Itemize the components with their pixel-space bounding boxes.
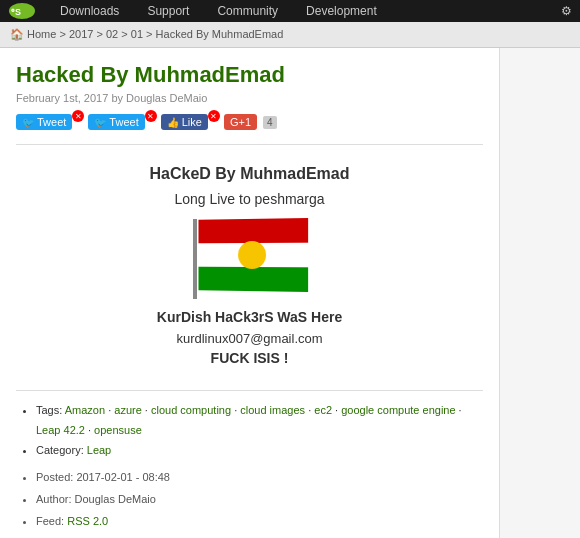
feed-item: Feed: RSS 2.0 <box>36 510 483 532</box>
tag-azure[interactable]: azure <box>114 404 142 416</box>
post-info: Posted: 2017-02-01 - 08:48 Author: Dougl… <box>16 466 483 532</box>
kurdish-flag <box>198 218 308 292</box>
hacked-title: HaCkeD By MuhmadEmad <box>16 165 483 183</box>
category-item: Category: Leap <box>36 441 483 461</box>
isis-line: FUCK ISIS ! <box>16 350 483 366</box>
post-tags: Tags: Amazon · azure · cloud computing ·… <box>16 401 483 460</box>
posted-item: Posted: 2017-02-01 - 08:48 <box>36 466 483 488</box>
like-thumb-icon: 👍 <box>167 117 179 128</box>
category-label: Category: <box>36 444 84 456</box>
flag-green-stripe <box>198 267 308 292</box>
flag-white-stripe <box>198 243 308 268</box>
posted-label: Posted: <box>36 471 73 483</box>
tag-cloud-computing[interactable]: cloud computing <box>151 404 231 416</box>
like-button[interactable]: 👍 Like <box>161 114 208 130</box>
svg-line-8 <box>256 259 259 262</box>
email-line: kurdlinux007@gmail.com <box>16 331 483 346</box>
tag-leap422[interactable]: Leap 42.2 <box>36 424 85 436</box>
tag-opensuse[interactable]: opensuse <box>94 424 142 436</box>
like-cancel-icon: ✕ <box>208 110 220 122</box>
twitter-icon: 🐦 <box>22 117 34 128</box>
svg-line-7 <box>245 248 247 251</box>
feed-link[interactable]: RSS 2.0 <box>67 515 108 527</box>
like-label: Like <box>182 116 202 128</box>
settings-icon[interactable]: ⚙ <box>561 0 572 22</box>
main-nav: Downloads Support Community Development <box>46 0 391 22</box>
gplus-count: 4 <box>263 116 277 129</box>
logo: ᵒS <box>8 2 36 20</box>
author-item: Author: Douglas DeMaio <box>36 488 483 510</box>
breadcrumb-01[interactable]: 01 <box>131 28 143 40</box>
tweet-label-1: Tweet <box>37 116 66 128</box>
nav-downloads[interactable]: Downloads <box>46 0 133 22</box>
post-meta: February 1st, 2017 by Douglas DeMaio <box>16 92 483 104</box>
tweet-label-2: Tweet <box>109 116 138 128</box>
nav-development[interactable]: Development <box>292 0 391 22</box>
nav-support[interactable]: Support <box>133 0 203 22</box>
divider <box>16 144 483 145</box>
post-title: Hacked By MuhmadEmad <box>16 62 483 88</box>
tags-label: Tags: <box>36 404 62 416</box>
tweet-button-1[interactable]: 🐦 Tweet <box>16 114 72 130</box>
post-date: February 1st, 2017 <box>16 92 108 104</box>
author-value: Douglas DeMaio <box>75 493 156 505</box>
tags-item: Tags: Amazon · azure · cloud computing ·… <box>36 401 483 441</box>
flag-pole <box>193 219 197 299</box>
svg-point-2 <box>247 250 257 260</box>
divider-2 <box>16 390 483 391</box>
gplus-label: G+1 <box>230 116 251 128</box>
tweet-button-2[interactable]: 🐦 Tweet <box>88 114 144 130</box>
social-buttons: 🐦 Tweet ✕ 🐦 Tweet ✕ 👍 Like ✕ G+1 4 <box>16 114 483 130</box>
breadcrumb-02[interactable]: 02 <box>106 28 118 40</box>
tag-cloud-images[interactable]: cloud images <box>240 404 305 416</box>
flag-container <box>16 219 483 299</box>
tag-google-compute[interactable]: google compute engine <box>341 404 455 416</box>
gplus-button[interactable]: G+1 <box>224 114 257 130</box>
post-author-link[interactable]: Douglas DeMaio <box>126 92 207 104</box>
post-by: by <box>111 92 126 104</box>
hacked-content: HaCkeD By MuhmadEmad Long Live to peshma… <box>16 155 483 380</box>
breadcrumb-2017[interactable]: 2017 <box>69 28 93 40</box>
svg-line-10 <box>245 259 247 261</box>
breadcrumb-home[interactable]: Home <box>27 28 56 40</box>
breadcrumb: 🏠 Home > 2017 > 02 > 01 > Hacked By Muhm… <box>0 22 580 48</box>
flag-red-stripe <box>198 218 308 243</box>
posted-date: 2017-02-01 - 08:48 <box>76 471 170 483</box>
nav-community[interactable]: Community <box>203 0 292 22</box>
feed-label: Feed: <box>36 515 64 527</box>
breadcrumb-current: Hacked By MuhmadEmad <box>156 28 284 40</box>
tag-ec2[interactable]: ec2 <box>314 404 332 416</box>
tweet2-cancel-icon: ✕ <box>145 110 157 122</box>
subtitle: Long Live to peshmarga <box>16 191 483 207</box>
author-label: Author: <box>36 493 71 505</box>
flag-sun <box>238 241 266 269</box>
category-link[interactable]: Leap <box>87 444 111 456</box>
twitter-icon-2: 🐦 <box>94 117 106 128</box>
svg-line-9 <box>256 248 259 251</box>
svg-text:ᵒS: ᵒS <box>11 7 21 17</box>
kurdish-line: KurDish HaCk3rS WaS Here <box>16 309 483 325</box>
tweet1-cancel-icon: ✕ <box>72 110 84 122</box>
sidebar <box>500 48 580 538</box>
topbar: ᵒS Downloads Support Community Developme… <box>0 0 580 22</box>
tag-amazon[interactable]: Amazon <box>65 404 105 416</box>
